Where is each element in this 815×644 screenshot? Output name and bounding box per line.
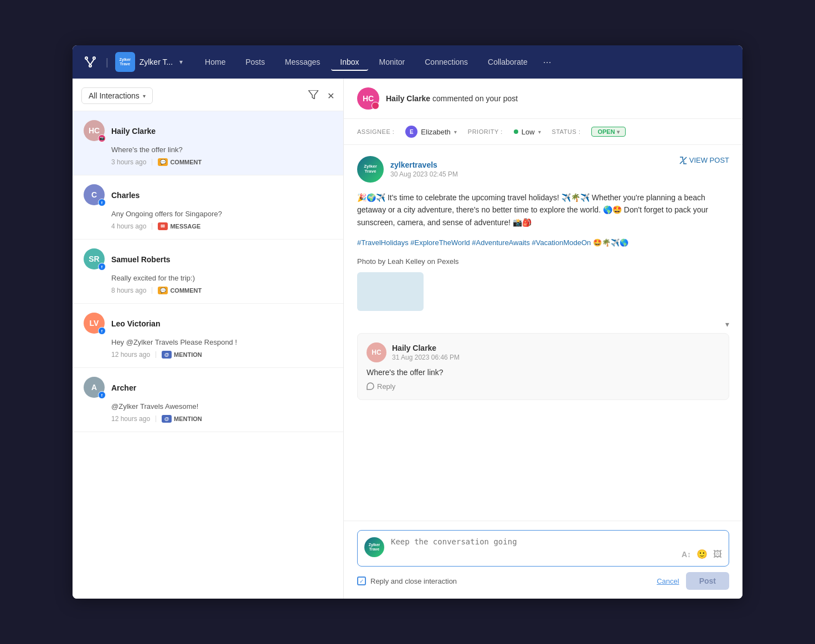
meta-time: 3 hours ago <box>111 158 146 166</box>
avatar-container: SR f <box>84 248 106 271</box>
status-dropdown[interactable]: OPEN ▾ <box>591 127 625 137</box>
assignee-label: ASSIGNEE : <box>357 128 394 135</box>
mention-badge-icon: @ <box>162 351 172 359</box>
collapse-button[interactable]: ▾ <box>725 320 729 329</box>
user-name: Leo Victorian <box>111 319 160 328</box>
interaction-meta: 4 hours ago ✉ MESSAGE <box>84 222 332 230</box>
left-panel: All Interactions ▾ ✕ <box>73 79 344 599</box>
reply-brand-avatar: ZylkerTrave <box>364 537 384 557</box>
list-item[interactable]: A f Archer @Zylker Travels Awesome! 12 h… <box>73 368 343 432</box>
avatar-container: C f <box>84 184 106 206</box>
svg-line-3 <box>86 59 90 65</box>
nav-connections[interactable]: Connections <box>416 53 477 71</box>
list-item[interactable]: C f Charles Any Ongoing offers for Singa… <box>73 175 343 240</box>
facebook-badge: f <box>98 263 106 271</box>
filter-icon[interactable] <box>308 90 318 101</box>
meta-badge: 💬 COMMENT <box>158 287 202 294</box>
interaction-meta: 3 hours ago 💬 COMMENT <box>84 158 332 166</box>
interactions-list: HC 📷 Haily Clarke Where's the offer link… <box>73 111 343 599</box>
user-name: Samuel Roberts <box>111 255 171 264</box>
comment-avatar: HC <box>367 342 386 362</box>
svg-point-1 <box>93 57 95 59</box>
reply-input-row: ZylkerTrave A↕ 🙂 🖼 <box>357 530 729 567</box>
svg-line-4 <box>90 59 94 65</box>
filter-label: All Interactions <box>89 91 140 100</box>
priority-label: PRIORITY : <box>468 128 503 135</box>
status-label: STATUS : <box>552 128 581 135</box>
nav-messages[interactable]: Messages <box>276 53 329 71</box>
post-author-row: ZylkerTrave zylkertravels 30 Aug 2023 02… <box>357 156 458 183</box>
meta-time: 12 hours ago <box>111 351 150 359</box>
main-content: All Interactions ▾ ✕ <box>73 79 742 599</box>
user-name: Archer <box>111 383 136 392</box>
svg-point-0 <box>85 57 87 59</box>
assignee-dropdown[interactable]: E Elizabeth ▾ <box>405 126 456 138</box>
post-header: ZylkerTrave zylkertravels 30 Aug 2023 02… <box>357 156 729 183</box>
reply-button[interactable]: Reply <box>367 382 720 391</box>
reply-input[interactable] <box>391 537 675 559</box>
reply-icons: A↕ 🙂 🖼 <box>682 549 722 559</box>
post-button[interactable]: Post <box>686 572 729 590</box>
check-icon[interactable]: ✓ <box>357 577 366 585</box>
right-panel: HC Haily Clarke commented on your post A… <box>344 79 742 599</box>
comment-badge-icon: 💬 <box>158 158 168 166</box>
facebook-badge: f <box>98 391 106 399</box>
right-panel-header: HC Haily Clarke commented on your post <box>344 79 742 119</box>
priority-dot <box>514 129 518 134</box>
post-image-placeholder <box>357 272 424 311</box>
notification-action: commented on your post <box>432 94 518 103</box>
app-logo-icon <box>81 53 99 71</box>
meta-time: 8 hours ago <box>111 287 146 294</box>
comment-user-info: Haily Clarke 31 Aug 2023 06:46 PM <box>392 344 460 361</box>
priority-dropdown[interactable]: Low ▾ <box>514 128 541 136</box>
status-chevron: ▾ <box>617 129 620 135</box>
comment-badge-icon: 💬 <box>158 287 168 294</box>
filter-dropdown[interactable]: All Interactions ▾ <box>81 87 153 104</box>
post-brand-avatar: ZylkerTrave <box>357 156 384 183</box>
reply-footer: ✓ Reply and close interaction Cancel Pos… <box>357 572 729 590</box>
nav-more-icon[interactable]: ··· <box>539 56 556 68</box>
meta-badge: @ MENTION <box>162 415 202 423</box>
meta-time: 12 hours ago <box>111 415 150 423</box>
nav-inbox[interactable]: Inbox <box>331 53 368 71</box>
text-format-icon[interactable]: A↕ <box>682 550 691 559</box>
post-date: 30 Aug 2023 02:45 PM <box>390 170 458 178</box>
message-badge-icon: ✉ <box>158 222 168 230</box>
nav-links: Home Posts Messages Inbox Monitor Connec… <box>196 53 734 71</box>
reply-actions: Cancel Post <box>657 572 729 590</box>
meta-badge: @ MENTION <box>162 351 202 359</box>
comment-user-row: HC Haily Clarke 31 Aug 2023 06:46 PM <box>367 342 720 362</box>
list-item[interactable]: SR f Samuel Roberts Really excited for t… <box>73 240 343 304</box>
image-icon[interactable]: 🖼 <box>713 549 722 559</box>
assignee-avatar: E <box>405 126 417 138</box>
user-name: Haily Clarke <box>111 127 156 136</box>
notification-text: Haily Clarke commented on your post <box>386 94 518 103</box>
interaction-meta: 8 hours ago 💬 COMMENT <box>84 287 332 294</box>
post-hashtags: #TravelHolidays #ExploreTheWorld #Advent… <box>357 236 729 249</box>
reply-area: ZylkerTrave A↕ 🙂 🖼 ✓ Reply and close int… <box>344 521 742 599</box>
nav-collaborate[interactable]: Collaborate <box>479 53 537 71</box>
reply-close-check: ✓ Reply and close interaction <box>357 577 457 585</box>
assignee-chevron: ▾ <box>454 129 457 135</box>
list-item[interactable]: LV f Leo Victorian Hey @Zylker Travels P… <box>73 304 343 368</box>
meta-badge: ✉ MESSAGE <box>158 222 200 230</box>
comment-section: HC Haily Clarke 31 Aug 2023 06:46 PM Whe… <box>357 333 729 400</box>
nav-home[interactable]: Home <box>196 53 234 71</box>
cancel-button[interactable]: Cancel <box>657 577 679 585</box>
brand-logo-area[interactable]: | ZylkerTrave Zylker T... ▾ <box>81 52 183 72</box>
facebook-badge: f <box>98 327 106 335</box>
user-name: Charles <box>111 191 140 200</box>
brand-dropdown-icon[interactable]: ▾ <box>179 58 183 66</box>
top-navigation: | ZylkerTrave Zylker T... ▾ Home Posts M… <box>73 45 742 79</box>
emoji-icon[interactable]: 🙂 <box>697 549 708 559</box>
notification-avatar: HC <box>357 87 379 110</box>
view-post-button[interactable]: VIEW POST <box>679 156 729 164</box>
nav-monitor[interactable]: Monitor <box>370 53 414 71</box>
list-item[interactable]: HC 📷 Haily Clarke Where's the offer link… <box>73 111 343 175</box>
post-author-name: zylkertravels <box>390 160 458 169</box>
nav-posts[interactable]: Posts <box>236 53 274 71</box>
post-author-info: zylkertravels 30 Aug 2023 02:45 PM <box>390 160 458 178</box>
nav-divider: | <box>106 56 109 68</box>
svg-point-2 <box>89 65 91 67</box>
close-icon[interactable]: ✕ <box>327 91 334 101</box>
